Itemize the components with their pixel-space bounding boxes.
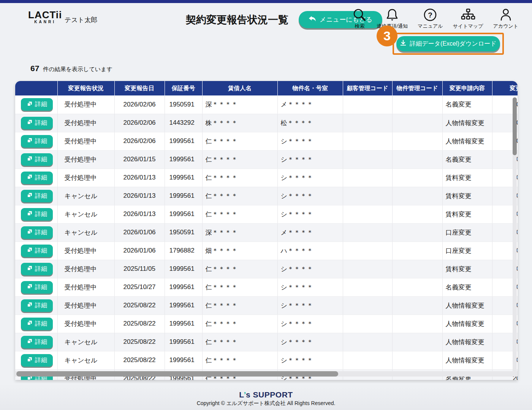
cell-guarantee-no: 1950591 bbox=[165, 95, 202, 114]
cell-guarantee-no: 1999561 bbox=[165, 315, 202, 333]
cell-customer-code bbox=[343, 114, 392, 132]
detail-button-label: 詳細 bbox=[35, 229, 47, 237]
cell-status: 受付処理中 bbox=[57, 95, 114, 114]
back-arrow-icon bbox=[309, 16, 316, 24]
detail-button[interactable]: 詳細 bbox=[21, 153, 53, 166]
cell-property: シ＊＊＊＊ bbox=[277, 296, 343, 315]
cell-report-date: 2026/02/06 bbox=[114, 95, 165, 114]
cell-property: シ＊＊＊＊ bbox=[277, 150, 343, 168]
cell-property-code bbox=[392, 223, 442, 242]
detail-button[interactable]: 詳細 bbox=[21, 172, 53, 184]
cell-detail: 詳細 bbox=[15, 114, 57, 132]
detail-button[interactable]: 詳細 bbox=[21, 336, 53, 348]
detail-button[interactable]: 詳細 bbox=[21, 299, 53, 312]
table-row: 詳細受付処理中2026/01/131999561仁＊＊＊＊シ＊＊＊＊賃料変更20… bbox=[15, 168, 518, 187]
copy-icon bbox=[27, 302, 33, 309]
table-row: 詳細受付処理中2025/08/221999561仁＊＊＊＊シ＊＊＊＊人物情報変更… bbox=[15, 296, 518, 315]
cell-tenant: 深＊＊＊＊ bbox=[202, 223, 277, 242]
cell-change-type: 人物情報変更 bbox=[442, 315, 492, 333]
cell-property-code bbox=[392, 205, 442, 223]
detail-button[interactable]: 詳細 bbox=[21, 318, 53, 330]
cell-status: 受付処理中 bbox=[57, 296, 114, 315]
cell-tenant: 仁＊＊＊＊ bbox=[202, 333, 277, 351]
cell-customer-code bbox=[343, 351, 392, 369]
cell-detail: 詳細 bbox=[15, 242, 57, 260]
cell-report-date: 2026/01/06 bbox=[114, 223, 165, 242]
footer-logo: L’s SUPPORT bbox=[0, 390, 532, 399]
cell-report-date: 2026/01/13 bbox=[114, 187, 165, 205]
cell-detail: 詳細 bbox=[15, 150, 57, 168]
detail-button[interactable]: 詳細 bbox=[21, 135, 53, 148]
cell-detail: 詳細 bbox=[15, 278, 57, 296]
cell-tenant: 仁＊＊＊＊ bbox=[202, 187, 277, 205]
copy-icon bbox=[27, 338, 33, 346]
cell-customer-code bbox=[343, 95, 392, 114]
cell-detail: 詳細 bbox=[15, 333, 57, 351]
detail-button[interactable]: 詳細 bbox=[21, 226, 53, 239]
copy-icon bbox=[27, 247, 33, 254]
cell-change-type: 人物情報変更 bbox=[442, 132, 492, 150]
cell-guarantee-no: 1999561 bbox=[165, 333, 202, 351]
nav-notification[interactable]: 連絡事項/通知 bbox=[377, 8, 408, 30]
app-logo[interactable]: LACTii KANRI bbox=[28, 10, 62, 24]
cell-customer-code bbox=[343, 223, 392, 242]
detail-button[interactable]: 詳細 bbox=[21, 245, 53, 257]
cell-status: キャンセル bbox=[57, 187, 114, 205]
cell-customer-code bbox=[343, 168, 392, 187]
detail-button-label: 詳細 bbox=[35, 283, 47, 291]
horizontal-scrollbar-track[interactable] bbox=[15, 371, 518, 377]
detail-button-label: 詳細 bbox=[35, 320, 47, 328]
nav-manual[interactable]: ? マニュアル bbox=[418, 8, 443, 30]
cell-change-type: 人物情報変更 bbox=[442, 351, 492, 369]
cell-tenant: 仁＊＊＊＊ bbox=[202, 150, 277, 168]
cell-status: 受付処理中 bbox=[57, 242, 114, 260]
cell-property-code bbox=[392, 333, 442, 351]
cell-report-date: 2026/01/06 bbox=[114, 242, 165, 260]
cell-property: シ＊＊＊＊ bbox=[277, 132, 343, 150]
cell-property: シ＊＊＊＊ bbox=[277, 333, 343, 351]
table-row: 詳細キャンセル2026/01/061950591深＊＊＊＊メ＊＊＊＊口座変更20… bbox=[15, 223, 518, 242]
copy-icon bbox=[27, 265, 33, 273]
cell-tenant: 仁＊＊＊＊ bbox=[202, 351, 277, 369]
detail-button[interactable]: 詳細 bbox=[21, 208, 53, 221]
vertical-scrollbar-track[interactable] bbox=[513, 97, 517, 377]
account-icon bbox=[499, 8, 513, 22]
detail-button[interactable]: 詳細 bbox=[21, 190, 53, 202]
detail-button[interactable]: 詳細 bbox=[21, 98, 53, 111]
copy-icon bbox=[27, 283, 33, 291]
copy-icon bbox=[27, 119, 33, 127]
results-summary: 67 件の結果を表示しています bbox=[30, 64, 112, 73]
nav-search[interactable]: 検索 bbox=[352, 8, 367, 30]
cell-change-type: 人物情報変更 bbox=[442, 296, 492, 315]
detail-button[interactable]: 詳細 bbox=[21, 263, 53, 275]
cell-status: キャンセル bbox=[57, 205, 114, 223]
report-table: 変更報告状況 変更報告日 保証番号 賃借人名 物件名・号室 顧客管理コード 物件… bbox=[15, 81, 518, 380]
detail-button[interactable]: 詳細 bbox=[21, 354, 53, 367]
nav-sitemap[interactable]: サイトマップ bbox=[453, 8, 483, 30]
cell-change-type: 名義変更 bbox=[442, 95, 492, 114]
nav-search-label: 検索 bbox=[355, 23, 364, 30]
nav-account[interactable]: アカウント bbox=[493, 8, 518, 30]
cell-status: キャンセル bbox=[57, 333, 114, 351]
detail-button[interactable]: 詳細 bbox=[21, 281, 53, 294]
cell-report-date: 2026/01/13 bbox=[114, 168, 165, 187]
cell-property: ハ＊＊＊＊ bbox=[277, 242, 343, 260]
cell-guarantee-no: 1999561 bbox=[165, 351, 202, 369]
copy-icon bbox=[27, 229, 33, 236]
cell-property: シ＊＊＊＊ bbox=[277, 260, 343, 278]
cell-change-type: 名義変更 bbox=[442, 150, 492, 168]
cell-property-code bbox=[392, 168, 442, 187]
excel-download-button[interactable]: 詳細データ(Excel)ダウンロード bbox=[396, 36, 500, 51]
cell-guarantee-no: 1999561 bbox=[165, 296, 202, 315]
cell-change-type: 口座変更 bbox=[442, 242, 492, 260]
detail-button-label: 詳細 bbox=[35, 302, 47, 310]
question-icon: ? bbox=[423, 8, 437, 22]
cell-detail: 詳細 bbox=[15, 296, 57, 315]
horizontal-scrollbar-thumb[interactable] bbox=[16, 371, 338, 377]
detail-button[interactable]: 詳細 bbox=[21, 117, 53, 129]
vertical-scrollbar-thumb[interactable] bbox=[513, 97, 517, 155]
cell-property-code bbox=[392, 260, 442, 278]
cell-customer-code bbox=[343, 150, 392, 168]
header-change-type: 変更申請内容 bbox=[442, 81, 492, 95]
table-row: 詳細受付処理中2026/02/061950591深＊＊＊＊メ＊＊＊＊名義変更20… bbox=[15, 95, 518, 114]
